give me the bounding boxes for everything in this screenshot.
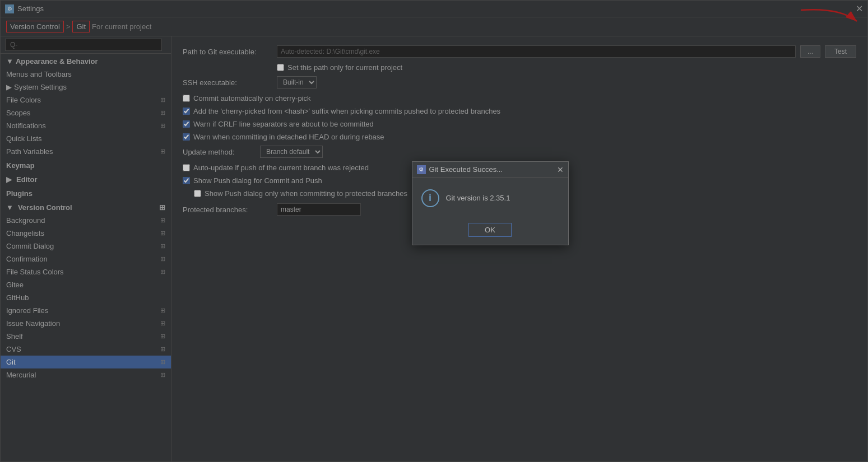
dialog-footer: OK — [412, 218, 568, 245]
dialog-overlay: ⚙ Git Executed Succes... ✕ i Git version… — [0, 0, 868, 462]
dialog-body: i Git version is 2.35.1 — [412, 178, 568, 218]
dialog-title-bar: ⚙ Git Executed Succes... ✕ — [412, 162, 568, 178]
info-icon: i — [421, 189, 439, 207]
dialog-close-button[interactable]: ✕ — [557, 165, 564, 174]
git-success-dialog: ⚙ Git Executed Succes... ✕ i Git version… — [412, 161, 569, 245]
settings-window: ⚙ Settings ✕ Version Control > Git For c… — [0, 0, 868, 462]
dialog-title: Git Executed Succes... — [429, 165, 554, 174]
dialog-app-icon: ⚙ — [417, 165, 426, 174]
dialog-message: Git version is 2.35.1 — [446, 194, 510, 202]
ok-button[interactable]: OK — [468, 223, 512, 237]
